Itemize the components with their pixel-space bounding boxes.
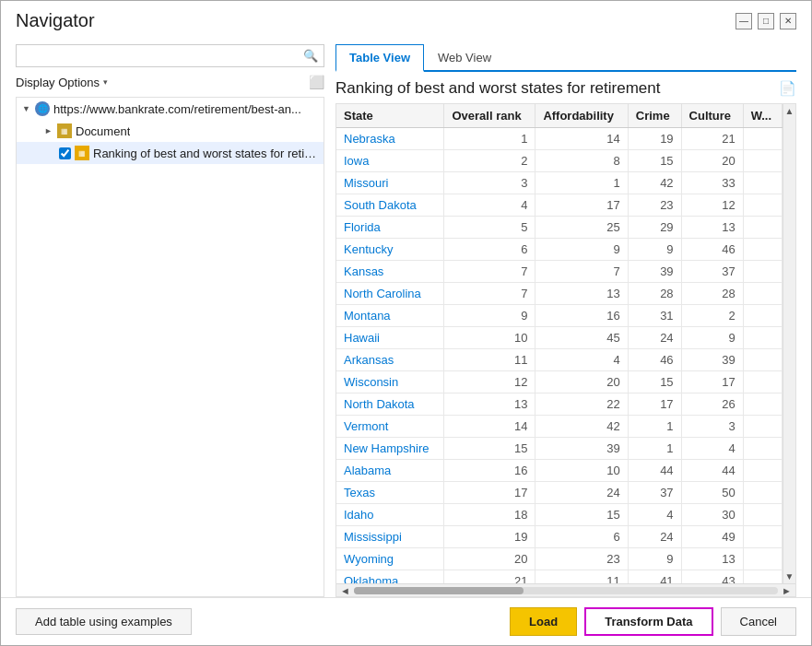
table-row: Alabama 16 10 44 44 <box>336 460 783 482</box>
cell-we <box>743 305 782 327</box>
cell-crime: 42 <box>628 172 681 194</box>
cell-state: Texas <box>336 482 444 504</box>
table-body: Nebraska 1 14 19 21 Iowa 2 8 15 20 Misso… <box>336 128 783 584</box>
table-export-button[interactable]: 📄 <box>779 80 796 97</box>
dialog-title: Navigator <box>16 10 95 31</box>
table-checkbox[interactable] <box>59 147 71 159</box>
cell-culture: 9 <box>681 327 743 349</box>
cell-overall-rank: 12 <box>444 371 535 393</box>
cell-culture: 4 <box>681 438 743 460</box>
cell-we <box>743 526 782 548</box>
table-row: Kansas 7 7 39 37 <box>336 261 783 283</box>
cell-we <box>743 482 782 504</box>
scroll-thumb <box>354 587 524 594</box>
cell-affordability: 16 <box>535 305 628 327</box>
search-button[interactable]: 🔍 <box>298 45 324 66</box>
table-row: North Carolina 7 13 28 28 <box>336 283 783 305</box>
tree-document-node[interactable]: ► ▦ Document <box>17 120 324 142</box>
cell-crime: 15 <box>628 371 681 393</box>
add-table-button[interactable]: Add table using examples <box>16 608 192 635</box>
cell-crime: 41 <box>628 570 681 584</box>
nav-add-button[interactable]: ⬜ <box>309 75 324 89</box>
col-crime: Crime <box>628 104 681 128</box>
scroll-left-arrow[interactable]: ◄ <box>340 585 350 596</box>
cell-we <box>743 570 782 584</box>
cell-crime: 1 <box>628 438 681 460</box>
vertical-scrollbar[interactable]: ▲ ▼ <box>783 104 795 583</box>
close-button[interactable]: ✕ <box>780 13 796 29</box>
table-row: New Hampshire 15 39 1 4 <box>336 438 783 460</box>
cell-state: Florida <box>336 217 444 239</box>
cell-overall-rank: 1 <box>444 128 535 150</box>
cell-we <box>743 371 782 393</box>
cell-state: Missouri <box>336 172 444 194</box>
tab-table-view[interactable]: Table View <box>335 44 424 72</box>
table-row: Oklahoma 21 11 41 43 <box>336 570 783 584</box>
cell-crime: 17 <box>628 393 681 416</box>
cell-affordability: 17 <box>535 194 628 217</box>
cell-culture: 17 <box>681 371 743 393</box>
cell-culture: 21 <box>681 128 743 150</box>
cell-we <box>743 438 782 460</box>
table-row: Iowa 2 8 15 20 <box>336 150 783 172</box>
restore-button[interactable]: □ <box>758 13 774 29</box>
cell-state: North Dakota <box>336 393 444 416</box>
table-row: Wyoming 20 23 9 13 <box>336 548 783 570</box>
tabs-row: Table View Web View <box>335 44 796 72</box>
cell-affordability: 4 <box>535 349 628 371</box>
load-button[interactable]: Load <box>510 607 577 636</box>
table-head: State Overall rank Affordability Crime C… <box>336 104 783 128</box>
cell-culture: 12 <box>681 194 743 217</box>
table-row: Hawaii 10 45 24 9 <box>336 327 783 349</box>
table-row: Montana 9 16 31 2 <box>336 305 783 327</box>
tree-table-node[interactable]: ▦ Ranking of best and worst states for r… <box>17 142 324 164</box>
scroll-up-arrow[interactable]: ▲ <box>783 104 796 118</box>
cell-overall-rank: 3 <box>444 172 535 194</box>
main-content: 🔍 Display Options ▾ ⬜ ▼ 🌐 https://www.ba… <box>1 37 811 597</box>
table-row: Texas 17 24 37 50 <box>336 482 783 504</box>
scroll-right-arrow[interactable]: ► <box>782 585 792 596</box>
cell-we <box>743 460 782 482</box>
search-input[interactable] <box>17 45 298 66</box>
table-row: Missouri 3 1 42 33 <box>336 172 783 194</box>
cell-affordability: 7 <box>535 261 628 283</box>
tree-url-node[interactable]: ▼ 🌐 https://www.bankrate.com/retirement/… <box>17 98 324 120</box>
cell-culture: 3 <box>681 416 743 438</box>
transform-button[interactable]: Transform Data <box>584 607 712 636</box>
cell-crime: 23 <box>628 194 681 217</box>
col-we: W... <box>743 104 782 128</box>
cancel-button[interactable]: Cancel <box>721 607 796 636</box>
cell-we <box>743 194 782 217</box>
col-culture: Culture <box>681 104 743 128</box>
display-options-label: Display Options <box>16 76 100 89</box>
cell-culture: 30 <box>681 504 743 526</box>
left-panel: 🔍 Display Options ▾ ⬜ ▼ 🌐 https://www.ba… <box>16 37 324 597</box>
cell-we <box>743 327 782 349</box>
cell-we <box>743 548 782 570</box>
table-row: South Dakota 4 17 23 12 <box>336 194 783 217</box>
cell-overall-rank: 7 <box>444 283 535 305</box>
horizontal-scrollbar[interactable]: ◄ ► <box>336 583 795 596</box>
cell-we <box>743 504 782 526</box>
scroll-down-arrow[interactable]: ▼ <box>783 570 796 583</box>
data-table: State Overall rank Affordability Crime C… <box>336 104 783 583</box>
cell-we <box>743 128 782 150</box>
table-scroll-wrap[interactable]: State Overall rank Affordability Crime C… <box>336 104 795 583</box>
cell-crime: 37 <box>628 482 681 504</box>
table-container: ▲ ▼ State Overall rank Affordability Cri… <box>335 103 796 597</box>
doc-table-icon: ▦ <box>57 123 72 138</box>
table-row: Florida 5 25 29 13 <box>336 217 783 239</box>
tab-web-view[interactable]: Web View <box>424 44 505 70</box>
display-options-button[interactable]: Display Options ▾ <box>16 76 108 89</box>
scroll-track[interactable] <box>354 587 778 594</box>
navigator-dialog: Navigator — □ ✕ 🔍 Display Options ▾ ⬜ <box>0 0 812 646</box>
minimize-button[interactable]: — <box>736 13 752 29</box>
cell-we <box>743 283 782 305</box>
url-node-label: https://www.bankrate.com/retirement/best… <box>53 102 301 116</box>
display-options-row: Display Options ▾ ⬜ <box>16 75 324 89</box>
cell-state: Kansas <box>336 261 444 283</box>
cell-overall-rank: 16 <box>444 460 535 482</box>
cell-affordability: 39 <box>535 438 628 460</box>
cell-culture: 46 <box>681 239 743 261</box>
cell-affordability: 10 <box>535 460 628 482</box>
